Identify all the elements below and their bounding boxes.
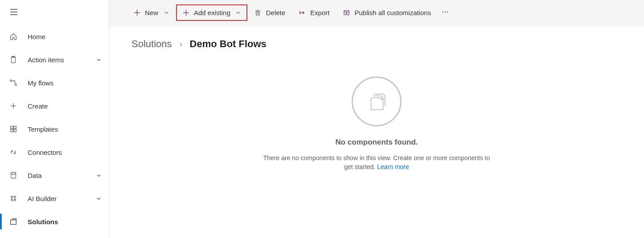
sidebar-item-label: Connectors xyxy=(28,149,102,156)
svg-rect-12 xyxy=(14,129,16,132)
plus-icon xyxy=(9,101,18,110)
svg-point-16 xyxy=(11,196,13,198)
sidebar-item-solutions[interactable]: Solutions xyxy=(0,210,109,233)
empty-state-illustration xyxy=(352,77,402,126)
svg-point-15 xyxy=(11,172,16,174)
clipboard-icon xyxy=(9,55,18,64)
svg-point-19 xyxy=(14,199,16,201)
home-icon xyxy=(9,32,18,41)
sidebar-item-my-flows[interactable]: My flows xyxy=(0,71,109,94)
flow-icon xyxy=(9,78,18,87)
breadcrumb-current: Demo Bot Flows xyxy=(190,38,267,50)
sidebar-item-action-items[interactable]: Action items xyxy=(0,48,109,71)
sidebar-item-create[interactable]: Create xyxy=(0,94,109,117)
sidebar-item-label: Create xyxy=(28,102,102,110)
empty-state: No components found. There are no compon… xyxy=(109,77,644,171)
trash-icon xyxy=(254,9,262,16)
plus-icon xyxy=(182,9,189,16)
chevron-down-icon xyxy=(95,56,102,63)
publish-label: Publish all customizations xyxy=(354,9,431,16)
publish-button[interactable]: Publish all customizations xyxy=(336,4,437,21)
add-existing-button[interactable]: Add existing xyxy=(176,4,247,21)
svg-point-6 xyxy=(15,84,17,86)
sidebar-item-label: My flows xyxy=(28,79,102,87)
export-icon xyxy=(299,9,306,16)
new-button[interactable]: New xyxy=(127,4,175,21)
svg-point-40 xyxy=(447,12,448,13)
svg-rect-29 xyxy=(256,11,260,15)
ai-icon xyxy=(9,194,18,203)
svg-rect-11 xyxy=(11,129,13,132)
sidebar: HomeAction itemsMy flowsCreateTemplatesC… xyxy=(0,0,109,238)
toolbar: New Add existing Delete xyxy=(109,0,644,26)
sidebar-item-label: Home xyxy=(28,33,102,40)
connector-icon xyxy=(9,148,18,157)
chevron-down-icon xyxy=(236,10,241,16)
chevron-down-icon xyxy=(164,10,169,16)
main: New Add existing Delete xyxy=(109,0,644,238)
publish-icon xyxy=(343,9,350,16)
export-button[interactable]: Export xyxy=(292,4,336,21)
more-icon xyxy=(442,8,449,17)
sidebar-item-label: Action items xyxy=(28,56,95,64)
delete-button[interactable]: Delete xyxy=(248,4,291,21)
breadcrumb: Solutions Demo Bot Flows xyxy=(109,26,644,50)
sidebar-item-label: Data xyxy=(28,172,95,179)
chevron-right-icon xyxy=(178,38,184,50)
sidebar-item-label: Solutions xyxy=(28,218,102,226)
plus-icon xyxy=(133,9,140,16)
svg-rect-9 xyxy=(11,126,13,129)
svg-point-17 xyxy=(14,196,16,198)
sidebar-item-ai-builder[interactable]: AI Builder xyxy=(0,187,109,210)
sidebar-nav: HomeAction itemsMy flowsCreateTemplatesC… xyxy=(0,25,109,238)
svg-point-38 xyxy=(443,12,444,13)
sidebar-item-home[interactable]: Home xyxy=(0,25,109,48)
hamburger-button[interactable] xyxy=(0,0,109,25)
chevron-down-icon xyxy=(95,172,102,178)
svg-point-14 xyxy=(14,153,15,154)
delete-label: Delete xyxy=(266,9,285,16)
svg-rect-10 xyxy=(14,126,16,129)
sidebar-item-data[interactable]: Data xyxy=(0,164,109,187)
export-label: Export xyxy=(310,9,329,16)
empty-state-title: No components found. xyxy=(335,138,418,147)
new-label: New xyxy=(145,9,158,16)
breadcrumb-root[interactable]: Solutions xyxy=(131,38,172,50)
database-icon xyxy=(9,171,18,180)
templates-icon xyxy=(9,125,18,133)
sidebar-item-label: AI Builder xyxy=(28,195,95,202)
svg-point-39 xyxy=(445,12,446,13)
add-existing-label: Add existing xyxy=(194,9,230,16)
more-button[interactable] xyxy=(438,6,452,20)
sidebar-item-templates[interactable]: Templates xyxy=(0,117,109,141)
sidebar-item-label: Templates xyxy=(28,125,102,133)
svg-point-13 xyxy=(12,150,12,151)
chevron-down-icon xyxy=(95,195,102,202)
sidebar-item-connectors[interactable]: Connectors xyxy=(0,141,109,164)
solutions-icon xyxy=(9,217,18,226)
svg-rect-24 xyxy=(11,220,16,224)
hamburger-icon xyxy=(10,8,18,17)
empty-state-text: There are no components to show in this … xyxy=(263,154,490,170)
svg-point-5 xyxy=(10,80,12,82)
learn-more-link[interactable]: Learn more xyxy=(377,163,409,170)
svg-point-18 xyxy=(11,199,13,201)
svg-rect-3 xyxy=(12,57,16,63)
empty-state-subtitle: There are no components to show in this … xyxy=(261,154,492,171)
